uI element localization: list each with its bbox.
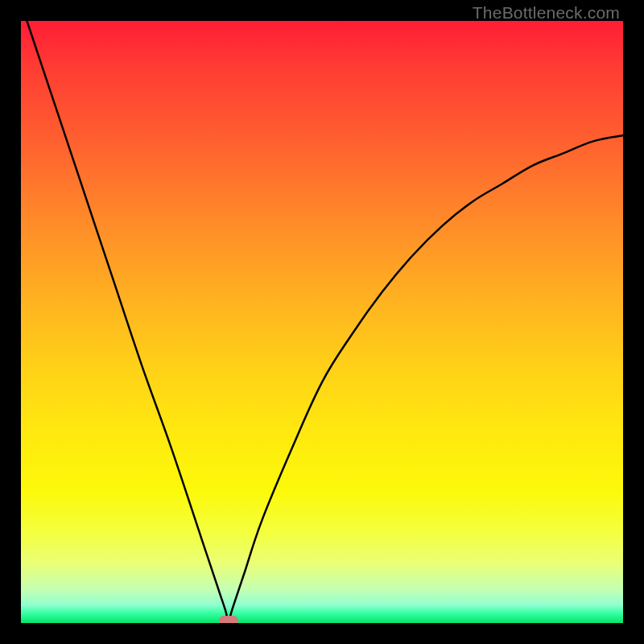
chart-frame: TheBottleneck.com xyxy=(0,0,644,644)
watermark-text: TheBottleneck.com xyxy=(473,3,620,23)
bottleneck-curve xyxy=(21,21,623,623)
chart-plot-area xyxy=(21,21,623,623)
minimum-marker xyxy=(219,616,238,623)
